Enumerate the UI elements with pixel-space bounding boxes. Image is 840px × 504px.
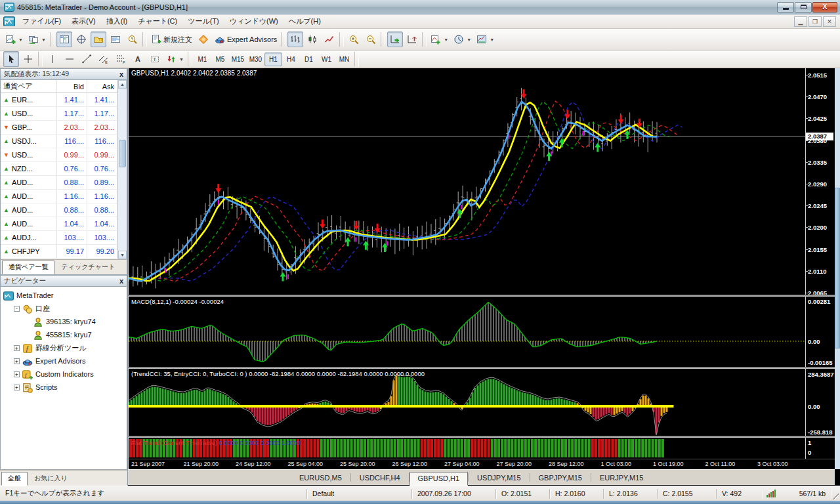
scrollbar-thumb[interactable] (835, 188, 840, 348)
tree-item-7[interactable]: +Scripts (1, 381, 127, 394)
collapse-icon[interactable]: - (14, 306, 20, 312)
price-chart[interactable]: GBPUSD,H1 2.0402 2.0402 2.0385 2.0387 (128, 68, 805, 295)
mdi-close-button[interactable]: ✕ (823, 16, 836, 27)
data-window-button[interactable] (74, 32, 89, 47)
timeframe-button-M15[interactable]: M15 (229, 52, 247, 66)
market-watch-close-icon[interactable]: x (119, 70, 123, 78)
mdi-restore-button[interactable]: ❐ (808, 16, 822, 27)
chart-tab-EURJPY,M15[interactable]: EURJPY,M15 (591, 471, 652, 485)
cursor-button[interactable] (3, 51, 19, 67)
market-watch-row[interactable]: ▲NZD...0.76...0.76... (1, 162, 127, 176)
tree-item-3[interactable]: 455815: kryu7 (1, 328, 127, 341)
candlestick-chart-button[interactable] (304, 32, 320, 47)
flat-trend-indicator-panel[interactable]: Flat Trend (Current Timeframe) 0.0000 0.… (128, 438, 805, 459)
bar-chart-button[interactable] (287, 32, 303, 47)
navigator-tab-お気に入り[interactable]: お気に入り (28, 472, 74, 486)
market-watch-tab-通貨ペア一覧[interactable]: 通貨ペア一覧 (2, 261, 54, 274)
column-header-通貨ペア[interactable]: 通貨ペア (1, 80, 57, 93)
market-watch-row[interactable]: ▼USD...0.99...0.99... (1, 148, 127, 162)
line-chart-button[interactable] (322, 32, 337, 47)
indicators-button[interactable]: ▼ (429, 32, 450, 47)
chart-tab-EURUSD,M5[interactable]: EURUSD,M5 (291, 471, 350, 485)
menu-item-0[interactable]: ファイル(F) (17, 14, 66, 28)
new-chart-button[interactable]: ▼ (3, 32, 25, 47)
menu-item-4[interactable]: ツール(T) (182, 14, 224, 28)
menu-item-2[interactable]: 挿入(I) (101, 14, 133, 28)
tree-item-2[interactable]: 396135: kryu74 (1, 315, 127, 328)
tree-item-0[interactable]: MetaTrader (1, 289, 127, 302)
maximize-button[interactable] (795, 2, 812, 12)
crosshair-button[interactable] (20, 51, 36, 67)
tree-item-1[interactable]: -口座 (1, 302, 127, 315)
navigator-close-icon[interactable]: x (119, 277, 123, 285)
menu-item-5[interactable]: ウィンドウ(W) (224, 14, 284, 28)
expert-advisors-button[interactable]: Expert Advisors (213, 32, 279, 47)
minimize-button[interactable] (777, 2, 794, 12)
horizontal-line-button[interactable] (62, 51, 77, 67)
channel-button[interactable]: E (96, 51, 112, 67)
fibonacci-button[interactable]: F (113, 51, 129, 67)
scroll-up-icon[interactable]: ▲ (118, 80, 127, 89)
resize-grip[interactable] (831, 486, 840, 501)
timeframe-button-MN[interactable]: MN (335, 52, 353, 66)
tree-item-4[interactable]: +f罫線分析ツール (1, 341, 127, 354)
profiles-button[interactable]: ▼ (26, 32, 48, 47)
periods-button[interactable]: ▼ (452, 32, 473, 47)
market-watch-row[interactable]: ▲AUD...0.88...0.89... (1, 176, 127, 190)
timeframe-button-H1[interactable]: H1 (264, 52, 282, 66)
cci-indicator-panel[interactable]: (TrendCCI: 35, EntryCCI: 0, TurboCCI: 0 … (128, 369, 805, 436)
metaeditor-button[interactable] (196, 32, 211, 47)
workspace-scrollbar[interactable] (835, 68, 840, 469)
zoom-out-button[interactable] (363, 32, 379, 47)
timeframe-button-W1[interactable]: W1 (318, 52, 335, 66)
vertical-line-button[interactable] (45, 51, 60, 67)
scroll-down-icon[interactable]: ▼ (118, 251, 127, 259)
chart-tab-GBPUSD,H1[interactable]: GBPUSD,H1 (410, 472, 469, 486)
close-button[interactable]: X (812, 2, 837, 12)
market-watch-row[interactable]: ▲EUR...1.41...1.41... (1, 93, 127, 107)
expand-icon[interactable]: + (14, 358, 20, 364)
tree-item-6[interactable]: +fCustom Indicators (1, 368, 127, 381)
terminal-toggle-button[interactable] (108, 32, 123, 47)
market-watch-scrollbar[interactable]: ▲▼ (117, 80, 127, 259)
market-watch-row[interactable]: ▲AUD...1.04...1.04... (1, 217, 127, 231)
timeframe-button-M5[interactable]: M5 (211, 52, 229, 66)
chart-tab-USDJPY,M15[interactable]: USDJPY,M15 (469, 471, 529, 485)
timeframe-button-H4[interactable]: H4 (282, 52, 300, 66)
templates-button[interactable]: ▼ (474, 32, 496, 47)
market-watch-row[interactable]: ▲USD...1.17...1.17... (1, 107, 127, 121)
market-watch-row[interactable]: ▲AUD...0.88...0.88... (1, 203, 127, 217)
market-watch-row[interactable]: ▲AUDJ...103....103.... (1, 231, 127, 245)
strategy-tester-button[interactable] (125, 32, 140, 47)
market-watch-row[interactable]: ▲CHFJPY99.1799.20 (1, 245, 127, 259)
column-header-Bid[interactable]: Bid (57, 80, 87, 93)
expand-icon[interactable]: + (14, 371, 20, 377)
timeframe-button-M30[interactable]: M30 (247, 52, 264, 66)
market-watch-tab-ティックチャート[interactable]: ティックチャート (54, 261, 121, 274)
timeframe-button-D1[interactable]: D1 (300, 52, 318, 66)
market-watch-row[interactable]: ▲USDJ...116....116.... (1, 135, 127, 148)
chart-shift-button[interactable] (404, 32, 420, 47)
market-watch-row[interactable]: ▼GBP...2.03...2.03... (1, 121, 127, 135)
arrows-button[interactable]: ▼ (164, 51, 186, 67)
chart-tab-USDCHF,H4[interactable]: USDCHF,H4 (351, 471, 409, 485)
menu-item-6[interactable]: ヘルプ(H) (284, 14, 326, 28)
market-watch-toggle-button[interactable] (56, 32, 72, 47)
menu-item-1[interactable]: 表示(V) (66, 14, 101, 28)
trendline-button[interactable] (79, 51, 94, 67)
market-watch-row[interactable]: ▲AUD...1.16...1.16... (1, 190, 127, 203)
mdi-minimize-button[interactable]: ▁ (794, 16, 807, 27)
text-label-button[interactable]: T (147, 51, 163, 67)
auto-scroll-button[interactable] (387, 32, 403, 47)
timeframe-button-M1[interactable]: M1 (194, 52, 211, 66)
navigator-toggle-button[interactable] (91, 32, 106, 47)
zoom-in-button[interactable] (346, 32, 362, 47)
menu-item-3[interactable]: チャート(C) (133, 14, 182, 28)
tree-item-5[interactable]: +Expert Advisors (1, 354, 127, 368)
macd-indicator-panel[interactable]: MACD(8,12,1) -0.00024 -0.00024 (128, 297, 805, 367)
scrollbar-thumb[interactable] (119, 140, 126, 167)
column-header-Ask[interactable]: Ask (87, 80, 117, 93)
text-button[interactable]: A (130, 51, 146, 67)
expand-icon[interactable]: + (14, 345, 20, 351)
expand-icon[interactable]: + (14, 385, 20, 390)
